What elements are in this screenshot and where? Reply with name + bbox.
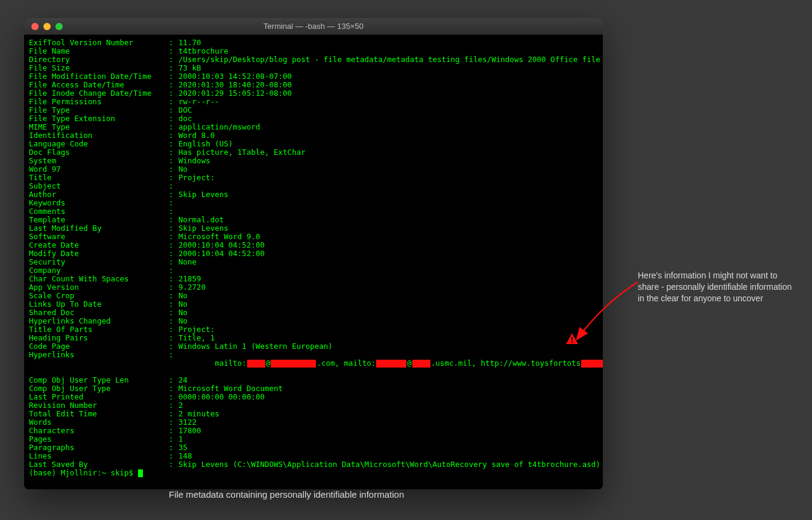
output-row: Words: 3122 (29, 418, 598, 427)
output-key: File Inode Change Date/Time (29, 89, 169, 98)
output-key: Comp Obj User Type (29, 384, 169, 393)
output-row: Char Count With Spaces: 21859 (29, 275, 598, 283)
output-key: Software (29, 233, 169, 241)
output-key: Revision Number (29, 401, 169, 410)
output-row: Code Page: Windows Latin 1 (Western Euro… (29, 342, 598, 351)
output-row: Last Modified By: Skip Levens (29, 224, 598, 233)
output-value: Has picture, 1Table, ExtChar (178, 148, 598, 157)
output-value: rw-r--r-- (178, 98, 598, 106)
output-value: Skip Levens (C:\WINDOWS\Application Data… (178, 460, 598, 469)
maximize-icon[interactable] (55, 23, 63, 30)
output-key: Lines (29, 452, 169, 460)
output-row: File Modification Date/Time: 2000:10:03 … (29, 72, 598, 81)
output-value: 17800 (178, 427, 598, 435)
output-key: Hyperlinks (29, 351, 169, 376)
output-row: Pages: 1 (29, 435, 598, 443)
output-row: Modify Date: 2000:10:04 04:52:00 (29, 249, 598, 258)
output-row: Create Date: 2000:10:04 04:52:00 (29, 241, 598, 249)
output-row: App Version: 9.2720 (29, 283, 598, 292)
output-value: No (178, 292, 598, 300)
output-row: File Name: t4tbrochure (29, 47, 598, 55)
output-key: Heading Pairs (29, 334, 169, 342)
output-row: Links Up To Date: No (29, 300, 598, 309)
output-value: application/msword (178, 123, 598, 131)
output-value: Skip Levens (178, 190, 598, 199)
output-key: Last Printed (29, 393, 169, 401)
output-value: Windows Latin 1 (Western European) (178, 342, 598, 351)
output-value: 1 (178, 435, 598, 443)
output-row: File Inode Change Date/Time: 2020:01:29 … (29, 89, 598, 98)
output-row: Hyperlinks Changed: No (29, 317, 598, 325)
output-row: File Type Extension: doc (29, 114, 598, 123)
output-key: File Type (29, 106, 169, 114)
output-row: Comments: (29, 207, 598, 216)
output-value: /Users/skip/Desktop/blog post - file met… (178, 55, 598, 64)
output-value: 2020:01:29 15:05:12-08:00 (178, 89, 598, 98)
output-key: Title Of Parts (29, 325, 169, 334)
output-key: Comp Obj User Type Len (29, 376, 169, 384)
output-value: English (US) (178, 140, 598, 148)
output-value: No (178, 309, 598, 317)
output-row: Title Of Parts: Project: (29, 325, 598, 334)
output-value: Title, 1 (178, 334, 598, 342)
output-value: None (178, 258, 598, 266)
output-value: Microsoft Word 9.0 (178, 233, 598, 241)
output-row: Scale Crop: No (29, 292, 598, 300)
output-key: Modify Date (29, 249, 169, 258)
output-key: Company (29, 266, 169, 275)
output-value: Project: (178, 174, 598, 182)
output-value: 2000:10:04 04:52:00 (178, 241, 598, 249)
output-value: 9.2720 (178, 283, 598, 292)
output-value: No (178, 165, 598, 174)
output-row: Total Edit Time: 2 minutes (29, 410, 598, 418)
output-key: Shared Doc (29, 309, 169, 317)
output-row: File Type: DOC (29, 106, 598, 114)
prompt-line[interactable]: (base) Mjollnir:~ skip$ (29, 469, 598, 477)
output-value: No (178, 300, 598, 309)
output-row: Language Code: English (US) (29, 140, 598, 148)
output-row: Security: None (29, 258, 598, 266)
output-key: Last Saved By (29, 460, 169, 469)
close-icon[interactable] (31, 23, 39, 30)
output-key: App Version (29, 283, 169, 292)
output-row: Lines: 148 (29, 452, 598, 460)
output-row: Characters: 17800 (29, 427, 598, 435)
caption: File metadata containing personally iden… (169, 489, 404, 500)
redaction (271, 360, 316, 368)
output-row: Shared Doc: No (29, 309, 598, 317)
output-value: mailto:@.com, mailto:@.usmc.mil, http://… (178, 351, 598, 376)
output-value: 21859 (178, 275, 598, 283)
output-row: Directory: /Users/skip/Desktop/blog post… (29, 55, 598, 64)
output-key: Scale Crop (29, 292, 169, 300)
output-row: ExifTool Version Number: 11.70 (29, 39, 598, 47)
output-row: File Size: 73 kB (29, 64, 598, 72)
output-row: Identification: Word 8.0 (29, 131, 598, 140)
output-row: Word 97: No (29, 165, 598, 174)
output-key: Code Page (29, 342, 169, 351)
output-key: Language Code (29, 140, 169, 148)
output-value: 2020:01:30 18:40:20-08:00 (178, 81, 598, 89)
output-value: 11.70 (178, 39, 598, 47)
output-key: System (29, 157, 169, 165)
output-row-hyperlinks: Hyperlinks : mailto:@.com, mailto:@.usmc… (29, 351, 598, 376)
output-value: 24 (178, 376, 598, 384)
redaction (376, 360, 406, 368)
output-value (178, 199, 598, 207)
output-row: Doc Flags: Has picture, 1Table, ExtChar (29, 148, 598, 157)
minimize-icon[interactable] (43, 23, 51, 30)
output-value (178, 182, 598, 190)
annotation-text: Here's information I might not want to s… (638, 270, 795, 304)
output-row: Subject: (29, 182, 598, 190)
output-key: Title (29, 174, 169, 182)
output-key: File Type Extension (29, 114, 169, 123)
output-row: Paragraphs: 35 (29, 443, 598, 452)
terminal-output[interactable]: ExifTool Version Number: 11.70File Name:… (24, 35, 603, 489)
output-key: Words (29, 418, 169, 427)
output-key: Security (29, 258, 169, 266)
output-key: Word 97 (29, 165, 169, 174)
output-key: File Access Date/Time (29, 81, 169, 89)
output-key: File Permissions (29, 98, 169, 106)
output-value: Skip Levens (178, 224, 598, 233)
output-row: File Access Date/Time: 2020:01:30 18:40:… (29, 81, 598, 89)
titlebar[interactable]: Terminal — -bash — 135×50 (24, 18, 603, 35)
